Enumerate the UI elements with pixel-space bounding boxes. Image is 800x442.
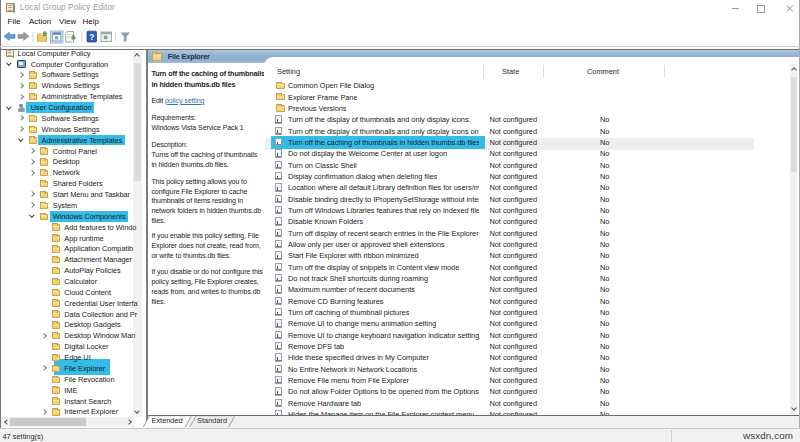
svg-text:?: ?: [89, 32, 94, 42]
